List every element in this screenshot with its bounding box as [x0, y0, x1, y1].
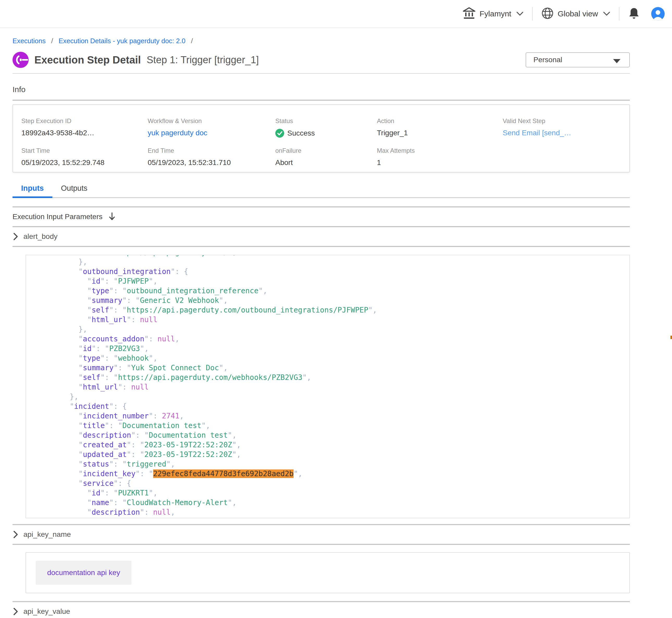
notifications-button[interactable] — [628, 7, 640, 20]
section-divider — [12, 246, 630, 247]
workflow-link[interactable]: yuk pagerduty doc — [148, 129, 207, 137]
breadcrumb-execution-details-link[interactable]: Execution Details - yuk pagerduty doc: 2… — [59, 37, 185, 45]
field-start-time: Start Time 05/19/2023, 15:52:29.748 — [21, 147, 148, 167]
person-icon — [651, 7, 665, 20]
topbar-divider — [532, 7, 533, 20]
bell-icon — [628, 7, 640, 19]
code-pre: "url": "https://api.pagerduty.com/", }, … — [26, 255, 629, 518]
chevron-right-icon — [12, 530, 19, 539]
section-divider — [12, 100, 630, 101]
chevron-down-icon — [516, 12, 523, 16]
status-text: Success — [287, 129, 315, 137]
top-bar: Fylamynt Global view — [0, 0, 672, 28]
field-workflow-version: Workflow & Version yuk pagerduty doc — [148, 117, 275, 138]
api-key-name-value-box: documentation api key — [25, 552, 630, 593]
param-row-api-key-name[interactable]: api_key_name — [12, 525, 630, 544]
next-step-link[interactable]: Send Email [send_… — [503, 129, 571, 137]
scope-select-value: Personal — [533, 56, 562, 64]
header-divider — [12, 73, 630, 74]
info-heading: Info — [12, 85, 630, 94]
field-max-attempts: Max Attempts 1 — [377, 147, 503, 167]
section-divider — [12, 544, 630, 545]
bank-icon — [463, 7, 475, 20]
page-subtitle: Step 1: Trigger [trigger_1] — [147, 55, 259, 66]
info-card: Step Execution ID 18992a43-9538-4b2… Wor… — [12, 104, 630, 173]
breadcrumb-separator: / — [51, 37, 53, 45]
page-header: Execution Step Detail Step 1: Trigger [t… — [12, 52, 630, 68]
param-label: api_key_name — [23, 530, 71, 539]
section-title: Execution Input Parameters — [12, 213, 103, 221]
api-key-name-chip: documentation api key — [36, 561, 132, 585]
view-name: Global view — [558, 9, 598, 18]
alert-body-json-viewer[interactable]: "url": "https://api.pagerduty.com/", }, … — [25, 255, 630, 518]
field-step-execution-id: Step Execution ID 18992a43-9538-4b2… — [21, 117, 148, 138]
param-label: alert_body — [23, 232, 58, 241]
param-row-alert-body[interactable]: alert_body — [12, 227, 630, 246]
page-title: Execution Step Detail — [34, 54, 141, 66]
scrollbar-find-marker — [670, 336, 672, 339]
field-end-time: End Time 05/19/2023, 15:52:31.710 — [148, 147, 275, 167]
topbar-divider — [619, 7, 619, 20]
tab-bar: Inputs Outputs — [12, 184, 630, 198]
scope-select[interactable]: Personal — [526, 52, 630, 68]
success-check-icon — [275, 129, 284, 138]
workflow-logo-icon — [12, 52, 29, 68]
field-onfailure: onFailure Abort — [275, 147, 377, 167]
user-avatar[interactable] — [651, 7, 665, 20]
tab-outputs[interactable]: Outputs — [52, 184, 96, 197]
download-arrow-icon[interactable] — [108, 212, 116, 221]
tab-inputs[interactable]: Inputs — [12, 184, 52, 197]
breadcrumb-separator: / — [191, 37, 193, 45]
chevron-right-icon — [12, 607, 19, 616]
execution-input-parameters-header: Execution Input Parameters — [12, 207, 630, 226]
org-switcher[interactable]: Fylamynt — [463, 7, 523, 20]
chevron-down-icon — [603, 12, 610, 16]
field-action: Action Trigger_1 — [377, 117, 503, 138]
breadcrumb: Executions / Execution Details - yuk pag… — [12, 28, 630, 45]
chevron-right-icon — [12, 232, 19, 241]
field-valid-next-step: Valid Next Step Send Email [send_… — [503, 117, 621, 138]
breadcrumb-executions-link[interactable]: Executions — [12, 37, 46, 45]
globe-icon — [541, 7, 554, 20]
view-switcher[interactable]: Global view — [541, 7, 610, 20]
field-status: Status Success — [275, 117, 377, 138]
param-label: api_key_value — [23, 607, 70, 616]
org-name: Fylamynt — [480, 9, 511, 18]
main-content: Executions / Execution Details - yuk pag… — [12, 28, 630, 618]
param-row-api-key-value[interactable]: api_key_value — [12, 602, 630, 618]
